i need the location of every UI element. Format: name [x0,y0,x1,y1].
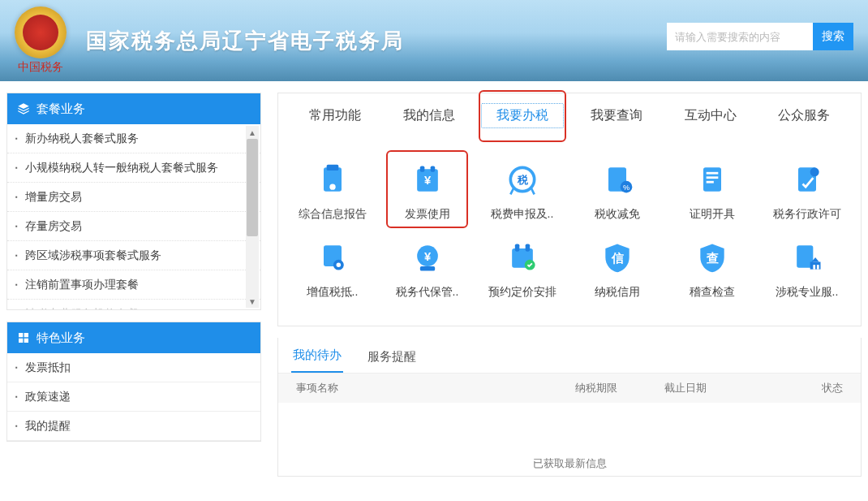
top-tab-label: 互动中心 [685,107,737,124]
sidebar-item-label: 新办纳税人套餐式服务 [25,132,139,146]
scroll-down-icon[interactable]: ▼ [246,295,259,308]
tasks-empty-area: 已获取最新信息 [278,403,861,476]
svg-text:¥: ¥ [423,174,431,187]
top-tab[interactable]: 我的信息 [382,93,476,137]
scroll-thumb[interactable] [247,139,258,236]
sidebar-item[interactable]: 发票抵扣 [7,353,260,382]
sidebar-item[interactable]: 政策速递 [7,382,260,412]
service-tile[interactable]: 证明开具 [664,152,759,230]
svg-text:税: 税 [516,174,528,186]
sub-tab[interactable]: 我的待办 [291,348,343,373]
sidebar-heading-special-label: 特色业务 [37,330,85,346]
th-due: 截止日期 [664,381,770,395]
sidebar-scrollbar[interactable]: ▲ ▼ [246,126,259,308]
sidebar-item-label: 政策速递 [25,390,71,404]
sidebar-heading-special: 特色业务 [7,322,260,353]
sidebar-heading-packages: 套餐业务 [7,93,260,124]
sidebar-item[interactable]: 增量房交易 [7,183,260,212]
svg-text:%: % [622,184,629,192]
search-button[interactable]: 搜索 [813,23,853,50]
service-tile[interactable]: 预约定价安排 [475,230,569,308]
service-icon [503,238,542,277]
top-tab[interactable]: 互动中心 [664,93,758,137]
tasks-empty-message: 已获取最新信息 [278,456,861,471]
service-icon [693,160,732,199]
sidebar-list-special: 发票抵扣 政策速递 我的提醒 [7,353,260,441]
service-label: 税收减免 [595,207,640,222]
sub-tab[interactable]: 服务提醒 [366,349,418,373]
service-tile[interactable]: ¥发票使用 [380,152,475,230]
tasks-sub-tabs: 我的待办服务提醒 [278,338,861,374]
svg-text:查: 查 [705,252,718,265]
svg-text:信: 信 [610,252,623,265]
top-tab[interactable]: 我要办税 [475,93,569,137]
service-icon: 查 [693,238,732,277]
svg-rect-13 [706,172,718,175]
top-tab-label: 我要查询 [591,107,642,124]
top-tab[interactable]: 公众服务 [757,93,851,137]
grid-icon [17,331,30,344]
sidebar-item-label: 注销前置事项办理套餐 [25,278,139,292]
service-icon: 信 [598,238,637,277]
sidebar-item[interactable]: 新办纳税人套餐式服务 [7,124,260,153]
service-tile[interactable]: %税收减免 [569,152,664,230]
service-tile[interactable]: ¥税务代保管.. [380,230,475,308]
service-grid: 综合信息报告¥发票使用税税费申报及..%税收减免证明开具税务行政许可增值税抵..… [278,137,861,326]
service-icon [788,160,827,199]
service-label: 综合信息报告 [299,207,367,222]
service-tile[interactable]: 信纳税信用 [569,230,664,308]
th-status: 状态 [770,381,843,395]
service-label: 发票使用 [405,207,450,222]
svg-point-2 [329,184,335,190]
search-input[interactable] [667,23,813,50]
tasks-table-header: 事项名称 纳税期限 截止日期 状态 [278,374,861,403]
tasks-panel: 我的待办服务提醒 事项名称 纳税期限 截止日期 状态 已获取最新信息 [277,338,862,477]
sidebar-item[interactable]: 存量房交易 [7,212,260,241]
top-tab-label: 我要办税 [481,103,564,128]
svg-rect-30 [813,265,815,270]
top-tabs: 常用功能我的信息我要办税我要查询互动中心公众服务 [278,93,861,137]
service-icon [313,238,352,277]
top-tab[interactable]: 我要查询 [569,93,664,137]
service-icon [313,160,352,199]
sidebar-item-label: 涉税专业服务机构套餐 [25,307,139,310]
sidebar-item[interactable]: 小规模纳税人转一般纳税人套餐式服务 [7,153,260,183]
sidebar-item[interactable]: 涉税专业服务机构套餐 [7,300,260,309]
service-label: 稽查检查 [690,285,735,300]
sidebar-item[interactable]: 注销前置事项办理套餐 [7,270,260,300]
service-label: 增值税抵.. [307,285,359,300]
service-icon: ¥ [408,160,447,199]
svg-rect-24 [514,244,519,252]
service-label: 证明开具 [690,207,735,222]
service-icon: % [598,160,637,199]
sidebar-item-label: 我的提醒 [25,419,71,434]
sidebar-item-label: 存量房交易 [25,219,82,234]
top-tab-label: 公众服务 [778,107,830,124]
service-tile[interactable]: 综合信息报告 [285,152,380,230]
svg-rect-15 [706,181,713,184]
service-tile[interactable]: 涉税专业服.. [759,230,854,308]
service-tile[interactable]: 查稽查检查 [664,230,759,308]
service-tile[interactable]: 税务行政许可 [759,152,854,230]
service-tile[interactable]: 税税费申报及.. [475,152,569,230]
service-tile[interactable]: 增值税抵.. [285,230,380,308]
sidebar-item[interactable]: 我的提醒 [7,412,260,441]
svg-rect-31 [816,265,819,270]
svg-rect-1 [326,165,338,171]
th-tax: 纳税期限 [575,381,664,395]
scroll-up-icon[interactable]: ▲ [246,126,259,139]
top-tabs-container: 常用功能我的信息我要办税我要查询互动中心公众服务 综合信息报告¥发票使用税税费申… [277,93,862,326]
top-tab[interactable]: 常用功能 [288,93,382,137]
service-icon: ¥ [408,238,447,277]
svg-text:¥: ¥ [423,250,431,263]
sidebar-block-packages: 套餐业务 新办纳税人套餐式服务 小规模纳税人转一般纳税人套餐式服务 增量房交易 … [6,93,261,310]
header-banner: 中国税务 国家税务总局辽宁省电子税务局 搜索 [0,0,868,81]
sidebar-item[interactable]: 跨区域涉税事项套餐式服务 [7,241,260,270]
sidebar-list-packages: 新办纳税人套餐式服务 小规模纳税人转一般纳税人套餐式服务 增量房交易 存量房交易… [7,124,260,309]
sidebar-heading-packages-label: 套餐业务 [37,101,85,117]
svg-rect-12 [703,167,721,191]
sidebar-block-special: 特色业务 发票抵扣 政策速递 我的提醒 [6,322,261,442]
service-label: 税务行政许可 [773,207,841,222]
svg-rect-4 [419,166,424,172]
service-icon [788,238,827,277]
